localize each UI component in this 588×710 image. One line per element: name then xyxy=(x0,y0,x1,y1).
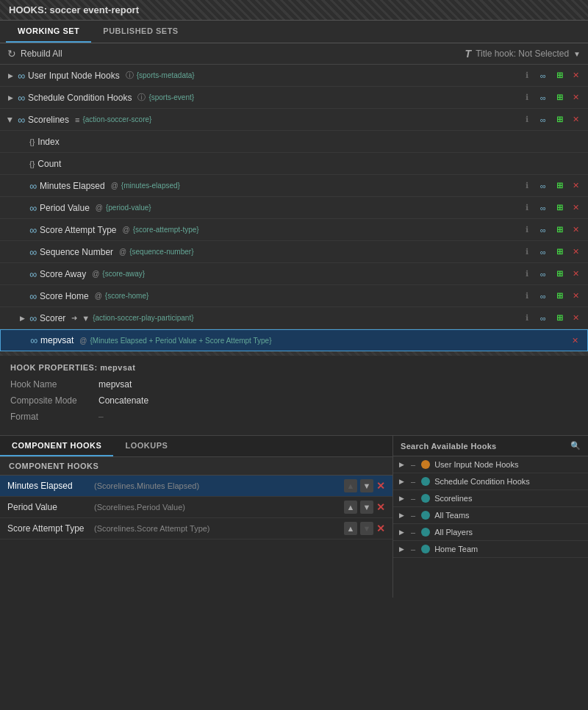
add-btn-score-home[interactable]: ⊞ xyxy=(553,290,566,303)
avail-row-schedule-condition[interactable]: ▶ – Schedule Condition Hooks xyxy=(393,473,588,490)
expand-avail-schedule[interactable]: ▶ xyxy=(399,478,406,485)
expand-period-value[interactable] xyxy=(18,204,26,212)
expand-avail-home-team[interactable]: ▶ xyxy=(399,545,406,553)
expand-user-input[interactable]: ▶ xyxy=(6,71,15,80)
add-btn-scorelines[interactable]: ⊞ xyxy=(553,113,566,126)
info-btn-score-home[interactable]: ℹ xyxy=(520,290,534,303)
prop-value-format[interactable]: – xyxy=(98,412,104,422)
close-btn-scorelines[interactable]: ✕ xyxy=(569,113,582,126)
down-btn-score-attempt-type[interactable]: ▼ xyxy=(360,522,373,535)
remove-btn-minutes-elapsed[interactable]: ✕ xyxy=(376,480,385,492)
tab-published-sets[interactable]: PUBLISHED SETS xyxy=(91,21,190,43)
tab-lookups[interactable]: LOOKUPS xyxy=(113,436,179,456)
close-btn-mepvsat[interactable]: ✕ xyxy=(568,334,581,347)
link-btn-scorer[interactable]: ∞ xyxy=(537,312,550,325)
link-btn-score-home[interactable]: ∞ xyxy=(537,290,550,303)
comp-row-period-value[interactable]: Period Value (Scorelines.Period Value) ▲… xyxy=(0,497,392,518)
info-btn-score-away[interactable]: ℹ xyxy=(520,268,534,281)
hook-row-score-home[interactable]: ∞ Score Home @ {score-home} ℹ ∞ ⊞ ✕ xyxy=(0,285,588,307)
avail-hooks-search-icon[interactable]: 🔍 xyxy=(570,441,581,451)
avail-row-all-teams[interactable]: ▶ – All Teams xyxy=(393,507,588,524)
up-btn-score-attempt-type[interactable]: ▲ xyxy=(344,522,357,535)
hook-row-index[interactable]: {} Index xyxy=(0,131,588,153)
hook-row-sequence-number[interactable]: ∞ Sequence Number @ {sequence-number} ℹ … xyxy=(0,241,588,263)
link-btn-schedule[interactable]: ∞ xyxy=(537,91,550,104)
link-btn-period-value[interactable]: ∞ xyxy=(537,201,550,215)
down-btn-minutes-elapsed[interactable]: ▼ xyxy=(360,479,373,492)
info-btn-user-input[interactable]: ℹ xyxy=(520,69,534,82)
hook-row-scorer[interactable]: ▶ ∞ Scorer ➜ ▼ {action-soccer-play-parti… xyxy=(0,307,588,329)
add-btn-schedule[interactable]: ⊞ xyxy=(553,91,566,104)
prop-value-hook-name[interactable]: mepvsat xyxy=(98,379,132,390)
hook-row-count[interactable]: {} Count xyxy=(0,153,588,175)
up-btn-minutes-elapsed[interactable]: ▲ xyxy=(344,479,357,492)
prop-value-composite-mode[interactable]: Concatenate xyxy=(98,395,148,406)
hook-row-schedule-condition[interactable]: ▶ ∞ Schedule Condition Hooks ⓘ {sports-e… xyxy=(0,87,588,109)
expand-sequence-number[interactable] xyxy=(18,248,26,257)
comp-row-score-attempt-type-comp[interactable]: Score Attempt Type (Scorelines.Score Att… xyxy=(0,518,392,539)
add-btn-sequence-number[interactable]: ⊞ xyxy=(553,245,566,259)
avail-row-home-team[interactable]: ▶ – Home Team xyxy=(393,541,588,558)
info-btn-scorelines[interactable]: ℹ xyxy=(520,113,534,126)
rebuild-all-button[interactable]: Rebuild All xyxy=(21,49,62,59)
expand-index[interactable] xyxy=(18,137,26,146)
avail-row-scorelines[interactable]: ▶ – Scorelines xyxy=(393,490,588,507)
link-btn-score-attempt-type[interactable]: ∞ xyxy=(537,223,550,237)
link-btn-score-away[interactable]: ∞ xyxy=(537,268,550,281)
expand-minutes-elapsed[interactable] xyxy=(18,182,26,190)
info-btn-score-attempt-type[interactable]: ℹ xyxy=(520,223,534,237)
close-btn-score-away[interactable]: ✕ xyxy=(569,268,582,281)
hook-row-score-away[interactable]: ∞ Score Away @ {score-away} ℹ ∞ ⊞ ✕ xyxy=(0,263,588,285)
close-btn-scorer[interactable]: ✕ xyxy=(569,312,582,325)
avail-row-user-input[interactable]: ▶ – User Input Node Hooks xyxy=(393,456,588,473)
comp-row-minutes-elapsed[interactable]: Minutes Elapsed (Scorelines.Minutes Elap… xyxy=(0,476,392,497)
add-btn-score-attempt-type[interactable]: ⊞ xyxy=(553,223,566,237)
info-btn-sequence-number[interactable]: ℹ xyxy=(520,245,534,259)
link-btn-sequence-number[interactable]: ∞ xyxy=(537,245,550,259)
info-btn-schedule[interactable]: ℹ xyxy=(520,91,534,104)
expand-mepvsat[interactable] xyxy=(18,336,27,345)
close-btn-user-input[interactable]: ✕ xyxy=(569,69,582,82)
expand-score-away[interactable] xyxy=(18,270,26,279)
hook-row-period-value[interactable]: ∞ Period Value @ {period-value} ℹ ∞ ⊞ ✕ xyxy=(0,197,588,219)
hook-row-minutes-elapsed[interactable]: ∞ Minutes Elapsed @ {minutes-elapsed} ℹ … xyxy=(0,175,588,197)
expand-schedule-condition[interactable]: ▶ xyxy=(6,93,15,102)
remove-btn-period-value[interactable]: ✕ xyxy=(376,501,385,513)
avail-row-all-players[interactable]: ▶ – All Players xyxy=(393,524,588,541)
close-btn-score-home[interactable]: ✕ xyxy=(569,290,582,303)
hook-row-mepvsat[interactable]: ∞ mepvsat @ {Minutes Elapsed + Period Va… xyxy=(0,329,588,351)
expand-scorelines[interactable]: ▶ xyxy=(6,115,15,124)
expand-scorer[interactable]: ▶ xyxy=(18,314,26,323)
add-btn-period-value[interactable]: ⊞ xyxy=(553,201,566,215)
add-btn-score-away[interactable]: ⊞ xyxy=(553,268,566,281)
tab-component-hooks[interactable]: COMPONENT HOOKS xyxy=(0,436,113,456)
close-btn-score-attempt-type[interactable]: ✕ xyxy=(569,223,582,237)
expand-score-home[interactable] xyxy=(18,292,26,301)
link-btn-user-input[interactable]: ∞ xyxy=(537,69,550,82)
info-btn-period-value[interactable]: ℹ xyxy=(520,201,534,215)
close-btn-sequence-number[interactable]: ✕ xyxy=(569,245,582,259)
tab-working-set[interactable]: WORKING SET xyxy=(6,21,91,43)
title-hook-expand-icon[interactable]: ▼ xyxy=(573,50,581,58)
expand-count[interactable] xyxy=(18,159,26,168)
close-btn-minutes-elapsed[interactable]: ✕ xyxy=(569,179,582,193)
add-btn-scorer[interactable]: ⊞ xyxy=(553,312,566,325)
remove-btn-score-attempt-type[interactable]: ✕ xyxy=(376,523,385,534)
link-btn-minutes-elapsed[interactable]: ∞ xyxy=(537,179,550,193)
close-btn-schedule[interactable]: ✕ xyxy=(569,91,582,104)
hook-row-scorelines[interactable]: ▶ ∞ Scorelines ≡ {action-soccer-score} ℹ… xyxy=(0,109,588,131)
info-btn-minutes-elapsed[interactable]: ℹ xyxy=(520,179,534,193)
expand-avail-user-input[interactable]: ▶ xyxy=(399,461,406,468)
hook-row-score-attempt-type[interactable]: ∞ Score Attempt Type @ {score-attempt-ty… xyxy=(0,219,588,241)
hook-row-user-input[interactable]: ▶ ∞ User Input Node Hooks ⓘ {sports-meta… xyxy=(0,65,588,87)
down-btn-period-value[interactable]: ▼ xyxy=(360,501,373,514)
close-btn-period-value[interactable]: ✕ xyxy=(569,201,582,215)
add-btn-minutes-elapsed[interactable]: ⊞ xyxy=(553,179,566,193)
expand-avail-scorelines[interactable]: ▶ xyxy=(399,495,406,502)
expand-avail-all-players[interactable]: ▶ xyxy=(399,528,406,536)
expand-score-attempt-type[interactable] xyxy=(18,226,26,234)
up-btn-period-value[interactable]: ▲ xyxy=(344,501,357,514)
link-btn-scorelines[interactable]: ∞ xyxy=(537,113,550,126)
expand-avail-all-teams[interactable]: ▶ xyxy=(399,512,406,519)
info-btn-scorer[interactable]: ℹ xyxy=(520,312,534,325)
